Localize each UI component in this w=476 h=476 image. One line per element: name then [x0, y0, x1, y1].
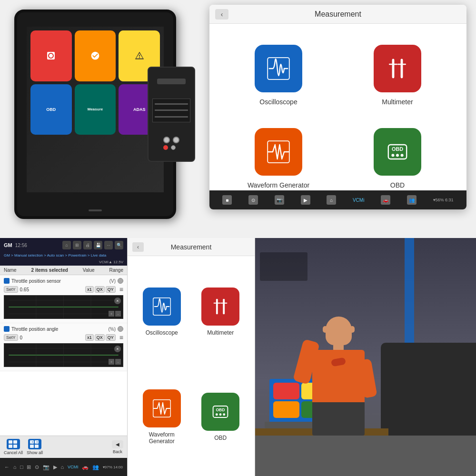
- svg-rect-0: [264, 54, 293, 83]
- dt-car-icon[interactable]: 🚗: [82, 464, 89, 470]
- multimeter-item[interactable]: Multimeter: [343, 38, 452, 112]
- diag-bottom-toolbar: ← ⌂ □ ⊞ ⊙ 📷 ▶ ⌂ VCMI 🚗 👥 ▾97% 14:00: [0, 458, 127, 476]
- bm-oscilloscope-icon-bg: [143, 288, 181, 326]
- multimeter-icon: [383, 54, 412, 83]
- obd-icon: OBD: [383, 138, 412, 166]
- laptop-app-3: [273, 401, 299, 418]
- svg-point-15: [401, 154, 404, 157]
- sensor2-menu-icon[interactable]: ≡: [119, 334, 123, 341]
- sensor2-qx-btn[interactable]: QX: [95, 334, 105, 341]
- cancel-all-btn[interactable]: Cancel All: [4, 439, 23, 455]
- bottom-measurement-panel: ‹ Measurement Oscilloscope: [128, 238, 255, 476]
- diag-footer: Cancel All Show all ◀ B: [0, 436, 127, 458]
- dt-stop-icon[interactable]: □: [20, 464, 23, 470]
- sensor1-close-btn[interactable]: ×: [114, 298, 121, 304]
- back-button[interactable]: ‹: [215, 9, 228, 20]
- diag-subheader: Name 2 items selected Value Range: [0, 266, 127, 275]
- oscilloscope-item[interactable]: Oscilloscope: [224, 38, 333, 112]
- more-icon[interactable]: ···: [104, 241, 113, 249]
- logo-on-shirt: [331, 357, 346, 367]
- svg-point-14: [396, 154, 399, 157]
- multimeter-label: Multimeter: [382, 98, 413, 106]
- bm-app-grid: Oscilloscope Multimeter: [128, 256, 255, 476]
- sensor1-menu-icon[interactable]: ≡: [119, 286, 123, 293]
- sensor2-zoom-in[interactable]: +: [109, 359, 114, 365]
- bm-oscilloscope-item[interactable]: Oscilloscope: [135, 264, 188, 360]
- toolbar-vcmi-label: VCMi: [353, 198, 364, 203]
- sensor1-qy-btn[interactable]: QY: [106, 286, 116, 293]
- sensor1-sety-btn[interactable]: SetY: [4, 286, 18, 293]
- svg-rect-35: [35, 445, 39, 448]
- svg-rect-31: [13, 445, 17, 448]
- bm-multimeter-item[interactable]: Multimeter: [194, 264, 248, 360]
- sensor2-zoom-out[interactable]: -: [115, 359, 121, 365]
- top-section: OBD Measure ADAS: [0, 0, 476, 238]
- sensor-row-2: Throttle position angle (%) SetY 0 x1 QX…: [0, 323, 127, 371]
- person-pants: [312, 402, 365, 436]
- toolbar-wifi-signal: ▾56% 6:31: [433, 198, 454, 202]
- dt-people-icon[interactable]: 👥: [92, 464, 99, 470]
- app-grid: Oscilloscope: [209, 24, 466, 209]
- waveform-icon: [264, 138, 293, 166]
- bm-waveform-icon-bg: [143, 389, 181, 427]
- sensor1-checkbox[interactable]: [4, 278, 10, 284]
- vcmi-status: VCMI▲ 12.5V: [0, 259, 127, 266]
- search-icon[interactable]: 🔍: [115, 241, 123, 249]
- top-measurement-panel: ‹ Measurement Oscilloscope: [209, 5, 466, 209]
- sensor2-qy-btn[interactable]: QY: [106, 334, 116, 341]
- toolbar-home-icon: ⌂: [327, 195, 336, 205]
- sensor2-name: Throttle position angle: [11, 327, 106, 332]
- show-all-btn[interactable]: Show all: [27, 439, 43, 455]
- sensor2-x1-btn[interactable]: x1: [85, 334, 94, 341]
- back-footer-btn[interactable]: ◀ Back: [112, 440, 123, 454]
- svg-rect-28: [9, 440, 12, 444]
- back-footer-icon: ◀: [112, 440, 123, 448]
- sensor1-x1-btn[interactable]: x1: [85, 286, 94, 293]
- oscilloscope-label: Oscilloscope: [259, 98, 297, 106]
- obd-icon-bg: OBD: [374, 128, 421, 176]
- toolbar-target-icon: ⊙: [248, 195, 258, 205]
- dt-play-icon[interactable]: ▶: [53, 464, 57, 470]
- show-all-label: Show all: [27, 450, 43, 455]
- bm-oscilloscope-label: Oscilloscope: [146, 329, 178, 336]
- sensor2-sety-btn[interactable]: SetY: [4, 334, 18, 341]
- obd-item[interactable]: OBD OBD: [343, 121, 452, 195]
- breadcrumb: GM > Manual selection > Auto scan > Powe…: [0, 252, 127, 259]
- bm-obd-item[interactable]: OBD OBD: [194, 366, 248, 468]
- tablet-icon-diagnostics: [30, 30, 72, 81]
- toolbar-car-icon: 🚗: [381, 195, 390, 205]
- svg-point-53: [223, 413, 226, 416]
- toolbar-video-icon: ▶: [301, 195, 310, 205]
- panel-bottom-toolbar: ■ ⊙ 📷 ▶ ⌂ VCMi 🚗 👥 ▾56% 6:31: [209, 190, 466, 209]
- waveform-generator-item[interactable]: Waveform Generator: [224, 121, 333, 195]
- oscilloscope-icon: [264, 54, 293, 83]
- svg-text:OBD: OBD: [216, 407, 225, 412]
- sensor2-checkbox[interactable]: [4, 326, 10, 332]
- bm-obd-label: OBD: [214, 435, 227, 441]
- sensor1-zoom-out[interactable]: -: [115, 311, 121, 317]
- bm-obd-icon-bg: OBD: [201, 393, 239, 431]
- waveform-icon-bg: [255, 128, 302, 176]
- obd-connectors: [163, 137, 179, 150]
- save-icon[interactable]: 💾: [94, 241, 102, 249]
- dt-home2-icon[interactable]: ⌂: [61, 464, 64, 470]
- car-hood: [381, 343, 476, 438]
- scan-icon[interactable]: ⊞: [73, 241, 81, 249]
- bm-multimeter-label: Multimeter: [207, 329, 234, 336]
- dt-camera-icon[interactable]: 📷: [43, 464, 50, 470]
- cancel-all-label: Cancel All: [4, 450, 23, 455]
- print-icon[interactable]: 🖨: [83, 241, 92, 249]
- sensor2-indicator: [118, 326, 123, 332]
- dt-back-icon[interactable]: ←: [4, 464, 10, 470]
- sensor1-zoom-in[interactable]: +: [109, 311, 114, 317]
- dt-target-icon[interactable]: ⊙: [35, 464, 39, 470]
- sensor2-close-btn[interactable]: ×: [114, 346, 121, 352]
- wall-item-1: [260, 252, 307, 281]
- bm-waveform-item[interactable]: Waveform Generator: [135, 366, 188, 468]
- sensor1-qx-btn[interactable]: QX: [95, 286, 105, 293]
- dt-grid-icon[interactable]: ⊞: [27, 464, 31, 470]
- home-icon[interactable]: ⌂: [62, 241, 71, 249]
- sensor1-graph: × + -: [4, 295, 123, 319]
- dt-home-icon[interactable]: ⌂: [13, 464, 17, 470]
- bm-back-button[interactable]: ‹: [132, 242, 144, 252]
